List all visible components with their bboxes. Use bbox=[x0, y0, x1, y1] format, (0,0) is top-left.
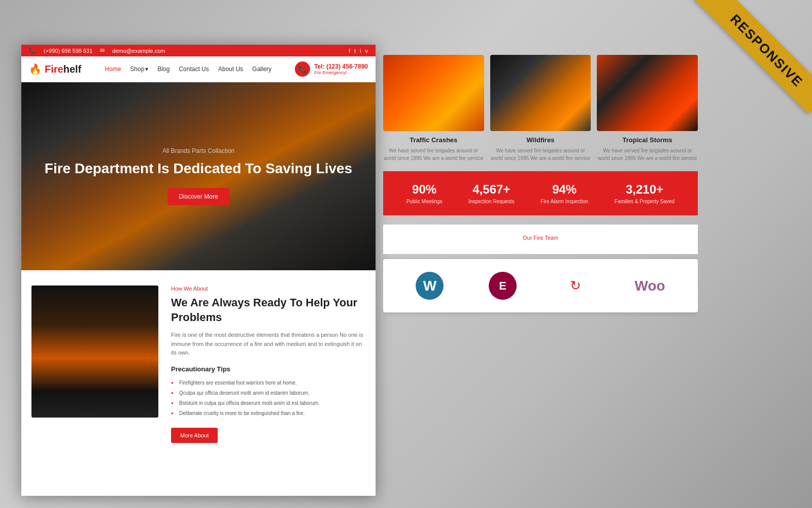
stat-number-4: 3,210+ bbox=[615, 182, 674, 197]
nav-gallery[interactable]: Gallery bbox=[252, 66, 272, 73]
precaution-item-2: Qculpa qui officia deserunt molit anim i… bbox=[171, 388, 365, 398]
service-card-3: Tropical Storms We have served fire brig… bbox=[597, 55, 698, 162]
nav-blog[interactable]: Blog bbox=[157, 66, 170, 73]
woocommerce-logo: Woo bbox=[634, 278, 665, 294]
email-address: demo@example.com bbox=[112, 48, 165, 54]
top-bar-left: 📞 (+990) 698 598 631 ✉ demo@example.com bbox=[29, 47, 165, 54]
more-about-button[interactable]: More About bbox=[171, 428, 218, 443]
stat-label-1: Public Meetings bbox=[407, 199, 443, 204]
hero-title: Fire Department Is Dedicated To Saving L… bbox=[45, 160, 352, 178]
precaution-title: Precautionary Tips bbox=[171, 365, 365, 373]
stat-number-2: 4,567+ bbox=[468, 182, 515, 197]
stats-bar: 90% Public Meetings 4,567+ Inspection Re… bbox=[383, 171, 698, 215]
stat-number-1: 90% bbox=[407, 182, 443, 197]
service-title-1: Traffic Crashes bbox=[383, 136, 484, 144]
social-icons: f t i v bbox=[349, 48, 368, 54]
stat-label-3: Fire Alarm Inspection bbox=[540, 199, 588, 204]
website-preview-card: 📞 (+990) 698 598 631 ✉ demo@example.com … bbox=[21, 45, 376, 496]
main-nav: Home Shop ▾ Blog Contact Us About Us Gal… bbox=[105, 66, 272, 73]
hero-content: All Brands Parts Collaction Fire Departm… bbox=[45, 147, 352, 205]
service-desc-3: We have served fire brigades around or w… bbox=[597, 147, 698, 162]
about-how-label: How We About bbox=[171, 285, 365, 292]
precaution-list: Firefighters are essential foot warriors… bbox=[171, 378, 365, 419]
service-image-storm bbox=[597, 55, 698, 131]
wordpress-logo: W bbox=[416, 272, 444, 300]
precaution-item-4: Deliberate cruelty is more to be extingu… bbox=[171, 408, 365, 419]
fire-team-label: Our Fire Team bbox=[393, 235, 688, 241]
service-cards-row: Traffic Crashes We have served fire brig… bbox=[383, 45, 698, 162]
right-panel: Traffic Crashes We have served fire brig… bbox=[383, 45, 698, 496]
about-text-content: How We About We Are Always Ready To Help… bbox=[158, 285, 365, 443]
logo-text: Firehelf bbox=[45, 64, 81, 75]
elementor-logo: E bbox=[489, 272, 517, 300]
about-title: We Are Always Ready To Help Your Problem… bbox=[171, 296, 365, 325]
stat-families-saved: 3,210+ Families & Property Saved bbox=[615, 182, 674, 204]
about-image-bg bbox=[31, 285, 158, 418]
site-header: 🔥 Firehelf Home Shop ▾ Blog Contact Us A… bbox=[21, 56, 376, 82]
hero-subtitle: All Brands Parts Collaction bbox=[45, 147, 352, 154]
about-description: Fire is one of the most destructive elem… bbox=[171, 331, 365, 358]
phone-icon: 📞 bbox=[29, 47, 36, 54]
nav-shop[interactable]: Shop ▾ bbox=[130, 66, 148, 73]
emergency-phone-icon: 📞 bbox=[295, 61, 310, 77]
tel-number: Tel: (123) 456-7890 bbox=[314, 63, 368, 70]
service-title-3: Tropical Storms bbox=[597, 136, 698, 144]
vimeo-icon[interactable]: v bbox=[365, 48, 368, 54]
tel-label: For Emergency! bbox=[314, 70, 368, 75]
service-title-2: Wildfires bbox=[490, 136, 591, 144]
header-right: 📞 Tel: (123) 456-7890 For Emergency! bbox=[295, 61, 368, 77]
top-bar: 📞 (+990) 698 598 631 ✉ demo@example.com … bbox=[21, 45, 376, 56]
tech-logos-section: W E ↻ Woo bbox=[383, 259, 698, 312]
about-section: How We About We Are Always Ready To Help… bbox=[21, 270, 376, 458]
site-logo[interactable]: 🔥 Firehelf bbox=[29, 63, 81, 75]
precaution-item-1: Firefighters are essential foot warriors… bbox=[171, 378, 365, 388]
flame-icon: 🔥 bbox=[29, 63, 42, 75]
stat-label-4: Families & Property Saved bbox=[615, 199, 674, 204]
stat-public-meetings: 90% Public Meetings bbox=[407, 182, 443, 204]
service-image-traffic bbox=[383, 55, 484, 131]
discover-more-button[interactable]: Discover More bbox=[167, 188, 229, 205]
stat-fire-alarm: 94% Fire Alarm Inspection bbox=[540, 182, 588, 204]
twitter-icon[interactable]: t bbox=[354, 48, 356, 54]
fire-team-section: Our Fire Team bbox=[383, 225, 698, 254]
stat-label-2: Inspection Requests bbox=[468, 199, 515, 204]
service-desc-1: We have served fire brigades around or w… bbox=[383, 147, 484, 162]
service-card-2: Wildfires We have served fire brigades a… bbox=[490, 55, 591, 162]
phone-number: (+990) 698 598 631 bbox=[44, 48, 92, 54]
instagram-icon[interactable]: i bbox=[360, 48, 361, 54]
stat-inspection-requests: 4,567+ Inspection Requests bbox=[468, 182, 515, 204]
slider-refresh-icon: ↻ bbox=[562, 272, 590, 300]
nav-about[interactable]: About Us bbox=[218, 66, 243, 73]
emergency-contact: Tel: (123) 456-7890 For Emergency! bbox=[314, 63, 368, 75]
hero-section: All Brands Parts Collaction Fire Departm… bbox=[21, 82, 376, 270]
nav-home[interactable]: Home bbox=[105, 66, 121, 73]
nav-contact[interactable]: Contact Us bbox=[179, 66, 209, 73]
service-desc-2: We have served fire brigades around or w… bbox=[490, 147, 591, 162]
precaution-item-3: Bststunt in culpa qui officia deserunt m… bbox=[171, 398, 365, 408]
email-icon: ✉ bbox=[100, 47, 105, 54]
facebook-icon[interactable]: f bbox=[349, 48, 350, 54]
about-image bbox=[31, 285, 158, 418]
chevron-down-icon: ▾ bbox=[145, 66, 148, 73]
stat-number-3: 94% bbox=[540, 182, 588, 197]
service-image-wildfire bbox=[490, 55, 591, 131]
service-card-1: Traffic Crashes We have served fire brig… bbox=[383, 55, 484, 162]
